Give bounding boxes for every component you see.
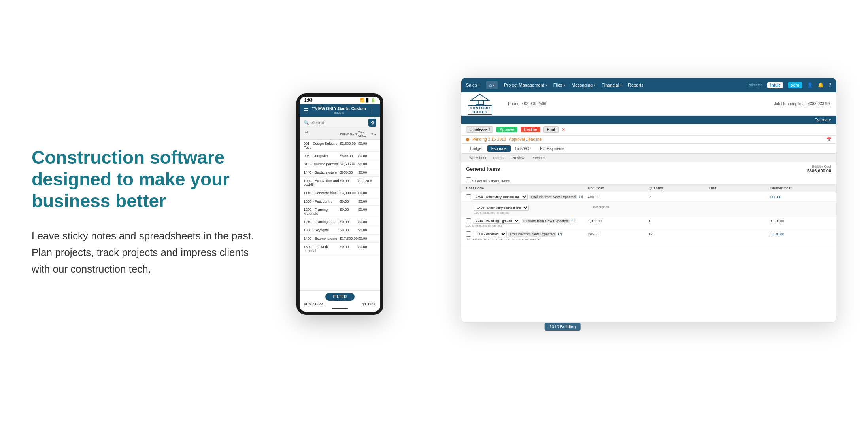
tab-po-payments[interactable]: PO Payments (536, 145, 568, 152)
nav-project-management[interactable]: Project Management ▾ (504, 83, 547, 87)
row2-checkbox[interactable] (466, 218, 471, 223)
filter-button[interactable]: FILTER (325, 293, 355, 301)
filter-icon-2[interactable]: ▼ (370, 132, 374, 136)
row11-name: 1400 - Exterior siding (304, 237, 340, 240)
row10-bills: $0.00 (340, 228, 358, 232)
row1b-code-select[interactable]: 1490 - Other utility connections (474, 205, 529, 211)
row11-bills: $17,500.00 (340, 237, 358, 240)
mobile-row-11: 1400 - Exterior siding $17,500.00 $0.00 (300, 235, 380, 243)
filter-icon-1[interactable]: ▼ (355, 132, 358, 136)
nav-sales[interactable]: Sales ▾ (466, 83, 480, 87)
tab-budget[interactable]: Budget (466, 145, 487, 152)
row2-exclude: Exclude from New Expected (522, 219, 570, 223)
header-phone: Phone: 402-909-2506 (508, 102, 546, 106)
cost-row-3: 3300 - Windows Exclude from New Expected… (461, 229, 836, 244)
row10-time: $0.00 (358, 228, 376, 232)
col-unit-cost: Unit Cost (588, 186, 649, 190)
nav-messaging-label: Messaging (572, 83, 593, 87)
mobile-row-9: 1210 - Framing labor $0.00 $0.00 (300, 218, 380, 226)
mobile-subtitle: Budget (312, 111, 366, 114)
tab-bills[interactable]: Bills/POs (511, 145, 536, 152)
nav-reports[interactable]: Reports (628, 83, 643, 87)
row1b-chars: 116 characters remaining (474, 211, 831, 214)
filter-icon-3[interactable]: = (374, 132, 376, 136)
subtab-previous[interactable]: Previous (528, 155, 548, 161)
logo-text: CONTOURHOMES (468, 105, 492, 115)
cost-table-header: Cost Code Unit Cost Quantity Unit Builde… (461, 185, 836, 192)
mobile-row-2: 005 - Dumpster $500.00 $0.00 (300, 152, 380, 160)
row5-bills: $0.00 (340, 179, 358, 187)
mobile-row-5: 1000 - Excavation and backfill $0.00 $1,… (300, 177, 380, 189)
mobile-status-icons: 📶 ▊ 🔋 (360, 98, 376, 102)
pending-text: Pending 2-15-2018 (472, 137, 506, 142)
intuit-badge: intuit (767, 82, 783, 88)
row2-dollar: $ (574, 219, 576, 223)
mobile-row-1: 001 - Design Selection Fees $2,500.00 $0… (300, 140, 380, 152)
help-icon[interactable]: ? (828, 82, 831, 88)
row1-checkbox[interactable] (466, 194, 471, 199)
mobile-row-3: 010 - Building permits $4,585.94 $0.00 (300, 160, 380, 168)
row1-time: $0.00 (358, 142, 376, 150)
row1-code-select[interactable]: 1490 - Other utility connections (473, 194, 528, 200)
calendar-icon[interactable]: 📅 (826, 137, 831, 142)
row2-bills: $500.00 (340, 154, 358, 158)
notification-icon[interactable]: 🔔 (818, 82, 824, 88)
row2-qty: 1 (649, 219, 709, 223)
nav-reports-label: Reports (628, 83, 643, 87)
desktop-nav: Sales ▾ ⌂ ▾ Project Management ▾ Files ▾… (461, 78, 836, 92)
mobile-status-bar: 1:03 📶 ▊ 🔋 (300, 97, 380, 104)
row6-name: 1110 - Concrete block (304, 191, 340, 195)
btn-unreleased[interactable]: Unreleased (466, 126, 493, 133)
headline: Construction software designed to make y… (32, 147, 265, 212)
btn-print[interactable]: Print (543, 126, 559, 133)
builder-cost-label: Builder Cost (807, 165, 831, 168)
pending-dot (466, 138, 469, 141)
tab-estimate[interactable]: Estimate (487, 145, 511, 152)
nav-financial[interactable]: Financial ▾ (602, 83, 622, 87)
header-total: Job Running Total: $383,033.90 (774, 102, 830, 106)
row5-time: $1,120.6 (358, 179, 376, 187)
more-options-icon[interactable]: ⋮ (369, 107, 375, 114)
nav-messaging[interactable]: Messaging ▾ (572, 83, 595, 87)
row1-bills: $2,500.00 (340, 142, 358, 150)
row11-time: $0.00 (358, 237, 376, 240)
nav-messaging-caret: ▾ (594, 83, 595, 87)
user-icon[interactable]: 👤 (807, 82, 813, 88)
row9-bills: $0.00 (340, 220, 358, 224)
row2-builder-cost: 1,300.00 (770, 219, 831, 223)
page-wrapper: Construction software designed to make y… (0, 0, 868, 424)
nav-financial-label: Financial (602, 83, 619, 87)
row3-code-select[interactable]: 3300 - Windows (473, 231, 507, 237)
subtab-preview[interactable]: Preview (508, 155, 527, 161)
mobile-title-area: **VIEW ONLY-Gantz- Custom Budget (312, 106, 366, 114)
nav-files[interactable]: Files ▾ (553, 83, 565, 87)
subtab-format[interactable]: Format (490, 155, 508, 161)
row3-desc: JELD-WEN 28.75 in. x 48.75 in. W-2500 Le… (466, 237, 831, 242)
subtab-worksheet[interactable]: Worksheet (466, 155, 489, 161)
hamburger-icon[interactable]: ☰ (304, 107, 309, 114)
row1-unit-cost: 400.00 (588, 195, 649, 199)
search-input[interactable] (311, 120, 366, 125)
row3-checkbox[interactable] (466, 231, 471, 237)
row7-bills: $0.00 (340, 199, 358, 203)
select-all-checkbox[interactable] (466, 177, 471, 182)
row9-name: 1210 - Framing labor (304, 220, 340, 224)
close-icon[interactable]: ✕ (562, 127, 565, 132)
row1-dollar: $ (581, 195, 583, 199)
builder-cost-display: Builder Cost $386,600.00 (807, 165, 831, 173)
home-icon: ⌂ (489, 83, 492, 87)
approval-deadline: Approval Deadline (509, 137, 542, 142)
nav-sales-caret: ▾ (478, 83, 480, 87)
row3-dollar: $ (560, 232, 562, 236)
nav-pm-caret: ▾ (545, 83, 547, 87)
row3-name: 010 - Building permits (304, 162, 340, 166)
row2-code-select[interactable]: 2010 - Plumbing—ground (473, 218, 520, 224)
btn-decline[interactable]: Decline (521, 127, 540, 132)
settings-icon[interactable]: ⚙ (368, 119, 376, 127)
col-unit: Unit (709, 186, 770, 190)
row9-time: $0.00 (358, 220, 376, 224)
btn-approve[interactable]: Approve (496, 127, 517, 132)
row1-name: 001 - Design Selection Fees (304, 142, 340, 150)
body-text: Leave sticky notes and spreadsheets in t… (32, 228, 265, 277)
nav-home[interactable]: ⌂ ▾ (486, 81, 498, 89)
